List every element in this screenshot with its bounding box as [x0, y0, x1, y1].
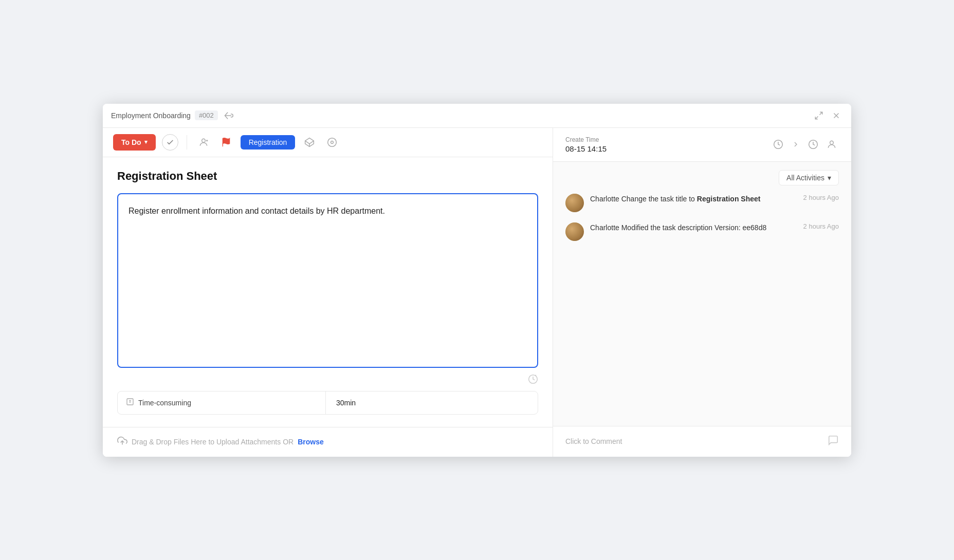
time-consuming-label: Time-consuming: [138, 399, 191, 407]
activity-body: Charlotte Change the task title to Regis…: [590, 194, 839, 204]
close-button[interactable]: [830, 109, 843, 122]
avatar: [565, 194, 584, 212]
description-box[interactable]: Register enrollment information and cont…: [117, 193, 538, 368]
activity-item: Charlotte Modified the task description …: [565, 222, 839, 241]
create-time-block: Create Time 08-15 14:15: [565, 136, 763, 153]
upload-icon: [117, 436, 127, 449]
description-text: Register enrollment information and cont…: [129, 204, 527, 218]
comment-footer[interactable]: Click to Comment: [553, 426, 851, 457]
create-time-section: Create Time 08-15 14:15: [553, 128, 851, 162]
create-time-value: 08-15 14:15: [565, 144, 763, 153]
toolbar: To Do ▾: [103, 128, 553, 157]
activity-time: 2 hours Ago: [803, 194, 839, 201]
comment-icon: [828, 435, 839, 449]
task-content: Registration Sheet Register enrollment i…: [103, 157, 553, 427]
svg-point-10: [328, 138, 337, 146]
browse-link[interactable]: Browse: [298, 438, 324, 446]
assign-button[interactable]: [195, 135, 212, 150]
modal-header: Employment Onboarding #002: [103, 104, 851, 128]
clock-icon: [528, 374, 538, 387]
avatar: [565, 222, 584, 241]
left-panel: To Do ▾: [103, 128, 553, 457]
activity-body: Charlotte Modified the task description …: [590, 222, 839, 233]
cube-button[interactable]: [301, 135, 318, 150]
prev-task-button[interactable]: [806, 137, 820, 152]
chevron-down-icon: ▾: [144, 139, 148, 145]
svg-point-11: [331, 141, 334, 143]
collapse-button[interactable]: [812, 109, 825, 122]
checkmark-button[interactable]: [162, 134, 178, 151]
project-name: Employment Onboarding: [111, 111, 191, 120]
comment-placeholder: Click to Comment: [565, 437, 622, 445]
task-title: Registration Sheet: [117, 170, 538, 183]
time-consuming-row: Time-consuming 30min: [117, 391, 538, 415]
flag-button[interactable]: [218, 135, 234, 150]
history-icon-button[interactable]: [771, 137, 785, 152]
all-activities-label: All Activities: [786, 174, 824, 182]
next-task-button[interactable]: [790, 138, 802, 151]
svg-line-1: [815, 116, 818, 119]
time-consuming-value[interactable]: 30min: [326, 393, 538, 413]
activities-header: All Activities ▾: [565, 170, 839, 185]
svg-line-0: [820, 112, 822, 115]
share-button[interactable]: [222, 109, 235, 122]
activity-content: Charlotte Change the task title to Regis…: [590, 194, 799, 204]
circle-option-button[interactable]: [324, 135, 340, 150]
svg-point-4: [201, 139, 205, 142]
activity-content: Charlotte Modified the task description …: [590, 222, 799, 233]
separator: [187, 135, 187, 150]
registration-status-button[interactable]: Registration: [241, 135, 296, 150]
task-modal: Employment Onboarding #002: [103, 104, 851, 457]
activity-row: Charlotte Modified the task description …: [590, 222, 839, 233]
todo-label: To Do: [121, 138, 141, 146]
activity-row: Charlotte Change the task title to Regis…: [590, 194, 839, 204]
all-activities-button[interactable]: All Activities ▾: [779, 170, 839, 185]
nav-icons: [771, 137, 839, 152]
upload-footer: Drag & Drop Files Here to Upload Attachm…: [103, 427, 553, 457]
modal-body: To Do ▾: [103, 128, 851, 457]
header-left: Employment Onboarding #002: [111, 109, 235, 122]
activity-item: Charlotte Change the task title to Regis…: [565, 194, 839, 212]
right-panel: Create Time 08-15 14:15: [553, 128, 851, 457]
activity-text: Charlotte Change the task title to Regis…: [590, 195, 761, 203]
todo-status-button[interactable]: To Do ▾: [113, 134, 156, 151]
status-label: Registration: [249, 138, 287, 146]
time-consuming-label-block: Time-consuming: [118, 391, 326, 414]
upload-text: Drag & Drop Files Here to Upload Attachm…: [132, 438, 293, 446]
time-consuming-icon: [126, 398, 134, 408]
header-right: [812, 109, 843, 122]
task-id: #002: [195, 110, 218, 120]
time-icon-row: [117, 374, 538, 387]
svg-point-20: [830, 141, 834, 144]
activities-section: All Activities ▾ Charlotte Change the ta: [553, 162, 851, 426]
create-time-label: Create Time: [565, 136, 763, 143]
chevron-down-icon: ▾: [828, 174, 831, 182]
activity-text: Charlotte Modified the task description …: [590, 223, 766, 232]
assignee-button[interactable]: [824, 137, 839, 152]
activity-time: 2 hours Ago: [803, 222, 839, 230]
